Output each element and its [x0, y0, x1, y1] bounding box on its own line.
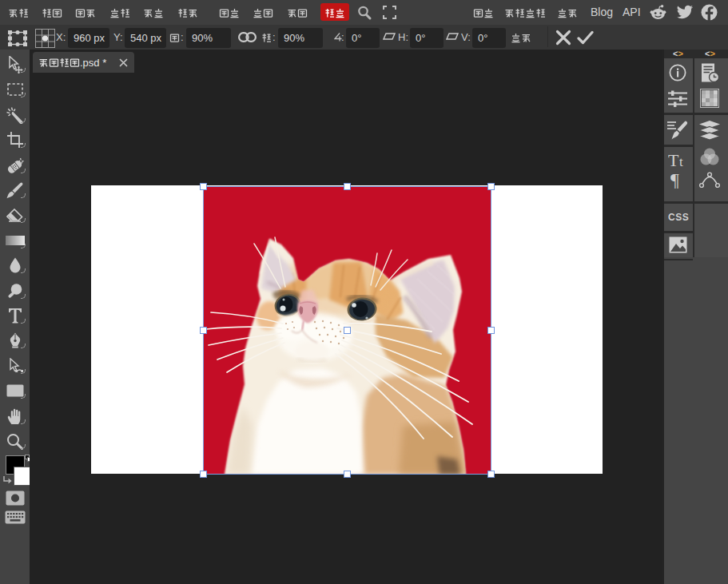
svg-text:T: T — [668, 152, 679, 169]
svg-text:t: t — [679, 154, 683, 169]
svg-text:¶: ¶ — [670, 171, 679, 189]
